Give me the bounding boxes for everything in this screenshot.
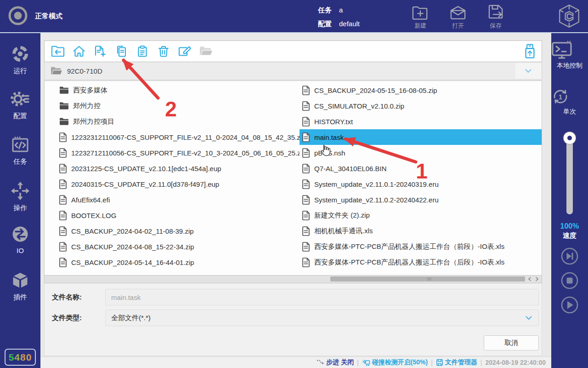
file-item[interactable]: CS_BACKUP_2024-05-15_16-08-05.zip (300, 82, 542, 98)
chevron-down-icon (525, 69, 531, 73)
topbar-action-label: 保存 (490, 22, 502, 30)
doc-icon (59, 258, 67, 267)
sidebar-item-config[interactable]: 配置 (0, 89, 40, 121)
sidebar-item-plugin[interactable]: 插件 (0, 271, 40, 302)
skip-end-button[interactable] (560, 247, 579, 265)
single-cycle-button[interactable]: 1 单次 (551, 87, 588, 116)
open-file-icon (450, 4, 466, 20)
file-item[interactable]: pBUS.nsh (300, 145, 542, 161)
toolbar-home-button[interactable] (72, 45, 86, 58)
file-item[interactable]: CS_SIMULATOR_v2.10.0.zip (300, 98, 542, 114)
file-name: CS_BACKUP_2024-05-15_16-08-05.zip (314, 86, 437, 94)
scrollbar-thumb[interactable] (330, 276, 525, 282)
file-item[interactable]: 相机机械手通讯.xls (300, 223, 542, 239)
scroll-right-arrow[interactable] (535, 276, 539, 282)
local-control-button[interactable]: 本地控制 (551, 40, 588, 70)
toolbar-paste-button[interactable] (136, 45, 149, 58)
toolbar-copy-button[interactable] (114, 45, 128, 58)
doc-icon (59, 179, 67, 189)
speed-label: 速度 (551, 231, 588, 240)
right-sidebar: 本地控制 1 单次 100% 速度 (551, 32, 588, 368)
play-button[interactable] (560, 296, 579, 314)
copy-icon (115, 45, 128, 58)
skip-end-icon (560, 247, 579, 265)
usb-drive-icon[interactable] (525, 44, 535, 59)
file-name: Q7-AL_30410EL06.BIN (314, 165, 387, 172)
sidebar-item-task[interactable]: 任务 (0, 136, 40, 166)
task-label: 任务 (318, 6, 332, 14)
sidebar-item-label: 配置 (0, 112, 40, 121)
topbar-open-button[interactable]: 打开 (441, 4, 475, 30)
file-item[interactable]: CS_BACKUP_2024-04-08_15-22-34.zip (45, 239, 300, 254)
file-item[interactable]: CS_BACKUP_2024-05-14_16-44-01.zip (45, 254, 300, 270)
file-item[interactable]: System_update_v2.11.0.1-20240319.eru (300, 176, 542, 192)
scroll-left-arrow[interactable] (528, 276, 531, 282)
file-name-input[interactable] (105, 289, 539, 305)
file-item[interactable]: 西安多媒体 (45, 82, 300, 98)
file-item[interactable]: HISTORY.txt (300, 114, 542, 129)
file-type-select[interactable]: 全部文件(*.*) (105, 310, 539, 326)
file-name: 相机机械手通讯.xls (314, 227, 373, 236)
sidebar-item-label: 任务 (0, 157, 40, 166)
single-cycle-icon: 1 (551, 87, 588, 106)
file-item[interactable]: AfuEfix64.efi (45, 192, 300, 207)
sidebar-item-label: 插件 (0, 293, 40, 302)
sidebar-item-operate[interactable]: 操作 (0, 181, 40, 213)
file-item[interactable]: CS_BACKUP_2024-04-02_11-08-39.zip (45, 223, 300, 239)
file-item-selected[interactable]: main.task (300, 129, 542, 145)
file-item[interactable]: 新建文件夹 (2).zip (300, 207, 542, 223)
file-list-panel: 西安多媒体郑州力控郑州力控项目12232312110067-CS_SUPPORT… (44, 80, 542, 276)
toolbar-delete-button[interactable] (157, 45, 170, 58)
file-item[interactable]: 20240315-CS_UPDATE_v2.11.0[d378-f497].eu… (45, 176, 300, 192)
file-item[interactable]: 12232312110067-CS_SUPPORT_FILE-v2_11_0-2… (45, 129, 300, 145)
topbar-divider (0, 32, 588, 33)
topbar-new-button[interactable]: 新建 (403, 4, 437, 30)
toolbar-new-file-button[interactable] (93, 45, 107, 58)
file-item[interactable]: 12232712110056-CS_SUPPORT_FILE-v2_10_3-2… (45, 145, 300, 161)
topbar-save-button[interactable]: 保存 (479, 4, 513, 30)
file-item[interactable]: 郑州力控项目 (45, 114, 300, 129)
file-item[interactable]: System_update_v2.11.0.2-20240422.eru (300, 192, 542, 207)
run-icon (11, 44, 30, 63)
file-item[interactable]: BOOTEX.LOG (45, 207, 300, 223)
stop-button[interactable] (560, 271, 579, 290)
top-bar: 正常模式 任务a 配置default 新建打开保存 (0, 0, 588, 32)
speed-slider-track[interactable] (566, 132, 573, 214)
file-item[interactable]: 20231225-CS_UPDATE_v2.10.1[edc1-454a].eu… (45, 161, 300, 176)
counter-badge: 5480 (5, 349, 36, 366)
doc-icon (302, 211, 310, 220)
status-divider: | (357, 359, 359, 366)
status-divider: | (481, 359, 482, 366)
collision-icon (362, 359, 370, 367)
toolbar-open-folder-button[interactable] (199, 45, 213, 58)
status-ring-icon (7, 5, 28, 26)
file-item[interactable]: 西安多媒体-PTC-PCB产品机器人搬运工作台（前段）-IO表.xls (300, 239, 542, 254)
doc-icon (59, 195, 67, 205)
sidebar-item-run[interactable]: 运行 (0, 44, 40, 75)
path-bar[interactable]: 92C0-710D (44, 63, 542, 80)
move-icon (11, 181, 30, 201)
cancel-button[interactable]: 取消 (484, 335, 539, 351)
path-dropdown-button[interactable] (515, 63, 541, 79)
toolbar-back-button[interactable] (51, 45, 65, 58)
doc-icon (302, 148, 310, 158)
topbar-action-label: 打开 (452, 22, 464, 30)
config-icon (11, 89, 30, 109)
doc-icon (302, 242, 310, 252)
chevron-down-icon (526, 316, 532, 320)
toolbar-rename-button[interactable] (178, 45, 192, 58)
file-name: pBUS.nsh (314, 149, 345, 157)
file-item[interactable]: 郑州力控 (45, 98, 300, 114)
speed-slider-handle[interactable] (564, 132, 576, 144)
file-name: System_update_v2.11.0.1-20240319.eru (314, 180, 439, 188)
sidebar-item-io[interactable]: IO (0, 225, 40, 254)
file-name: CS_BACKUP_2024-05-14_16-44-01.zip (71, 259, 194, 266)
file-column-right: CS_BACKUP_2024-05-15_16-08-05.zipCS_SIMU… (300, 82, 542, 273)
file-name: 西安多媒体 (73, 86, 107, 95)
local-control-label: 本地控制 (551, 62, 588, 70)
path-folder-icon (50, 66, 62, 76)
file-item[interactable]: 西安多媒体-PTC-PCB产品机器人搬运工作台（后段）-IO表.xls (300, 254, 542, 270)
file-item[interactable]: Q7-AL_30410EL06.BIN (300, 161, 542, 176)
horizontal-scrollbar[interactable] (44, 276, 542, 283)
doc-icon (59, 148, 67, 158)
